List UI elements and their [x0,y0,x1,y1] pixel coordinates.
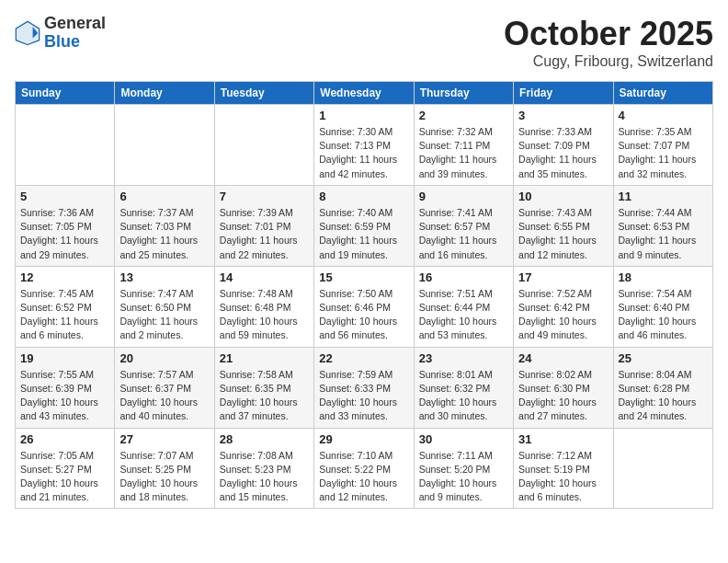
day-number: 9 [419,190,508,203]
day-info: Sunrise: 7:52 AMSunset: 6:42 PMDaylight:… [518,287,608,343]
day-cell: 8Sunrise: 7:40 AMSunset: 6:59 PMDaylight… [314,185,414,266]
logo-icon [15,20,40,46]
day-number: 25 [619,351,708,365]
day-number: 12 [20,270,109,284]
day-cell: 24Sunrise: 8:02 AMSunset: 6:30 PMDayligh… [514,347,613,428]
day-cell: 4Sunrise: 7:35 AMSunset: 7:07 PMDaylight… [613,105,712,186]
day-number: 8 [319,190,408,203]
day-number: 22 [319,351,408,365]
weekday-saturday: Saturday [613,82,712,105]
day-info: Sunrise: 8:04 AMSunset: 6:28 PMDaylight:… [619,368,708,424]
day-cell: 14Sunrise: 7:48 AMSunset: 6:48 PMDayligh… [214,266,313,347]
page-header: General Blue October 2025 Cugy, Fribourg… [15,15,713,70]
day-number: 5 [20,190,109,203]
day-cell: 22Sunrise: 7:59 AMSunset: 6:33 PMDayligh… [314,347,414,428]
day-cell: 23Sunrise: 8:01 AMSunset: 6:32 PMDayligh… [414,347,513,428]
day-number: 2 [419,109,508,122]
day-cell: 29Sunrise: 7:10 AMSunset: 5:22 PMDayligh… [314,428,414,509]
day-number: 26 [20,432,109,446]
day-number: 30 [419,432,508,446]
day-number: 17 [518,270,608,284]
day-info: Sunrise: 7:44 AMSunset: 6:53 PMDaylight:… [619,206,708,262]
day-number: 21 [220,351,309,365]
day-cell: 11Sunrise: 7:44 AMSunset: 6:53 PMDayligh… [613,185,712,266]
day-number: 11 [619,190,708,203]
logo-general: General [44,15,106,33]
logo-text: General Blue [44,15,106,52]
day-info: Sunrise: 7:05 AMSunset: 5:27 PMDaylight:… [20,449,109,505]
logo: General Blue [15,15,106,52]
day-cell: 6Sunrise: 7:37 AMSunset: 7:03 PMDaylight… [115,185,214,266]
day-cell: 17Sunrise: 7:52 AMSunset: 6:42 PMDayligh… [514,266,613,347]
week-row-5: 26Sunrise: 7:05 AMSunset: 5:27 PMDayligh… [16,428,713,509]
day-number: 19 [20,351,109,365]
weekday-sunday: Sunday [16,82,115,105]
day-info: Sunrise: 7:36 AMSunset: 7:05 PMDaylight:… [20,206,109,262]
day-info: Sunrise: 7:45 AMSunset: 6:52 PMDaylight:… [20,287,109,343]
day-cell: 7Sunrise: 7:39 AMSunset: 7:01 PMDaylight… [214,185,313,266]
day-number: 20 [119,351,209,365]
day-cell: 9Sunrise: 7:41 AMSunset: 6:57 PMDaylight… [414,185,513,266]
day-number: 1 [319,109,408,122]
day-cell: 28Sunrise: 7:08 AMSunset: 5:23 PMDayligh… [214,428,313,509]
day-cell: 18Sunrise: 7:54 AMSunset: 6:40 PMDayligh… [613,266,712,347]
month-title: October 2025 [504,15,713,53]
day-cell [613,428,712,509]
day-info: Sunrise: 7:57 AMSunset: 6:37 PMDaylight:… [119,368,209,424]
day-cell [16,105,115,186]
day-number: 28 [220,432,309,446]
day-cell: 15Sunrise: 7:50 AMSunset: 6:46 PMDayligh… [314,266,414,347]
day-number: 31 [518,432,608,446]
day-cell: 13Sunrise: 7:47 AMSunset: 6:50 PMDayligh… [115,266,214,347]
day-cell [214,105,313,186]
day-info: Sunrise: 7:51 AMSunset: 6:44 PMDaylight:… [419,287,508,343]
day-cell: 27Sunrise: 7:07 AMSunset: 5:25 PMDayligh… [115,428,214,509]
week-row-3: 12Sunrise: 7:45 AMSunset: 6:52 PMDayligh… [16,266,713,347]
weekday-thursday: Thursday [414,82,513,105]
day-cell: 5Sunrise: 7:36 AMSunset: 7:05 PMDaylight… [16,185,115,266]
day-info: Sunrise: 7:54 AMSunset: 6:40 PMDaylight:… [619,287,708,343]
weekday-tuesday: Tuesday [214,82,313,105]
week-row-4: 19Sunrise: 7:55 AMSunset: 6:39 PMDayligh… [16,347,713,428]
day-info: Sunrise: 7:40 AMSunset: 6:59 PMDaylight:… [319,206,408,262]
day-info: Sunrise: 7:33 AMSunset: 7:09 PMDaylight:… [518,125,608,181]
day-number: 18 [619,270,708,284]
day-info: Sunrise: 7:55 AMSunset: 6:39 PMDaylight:… [20,368,109,424]
day-info: Sunrise: 7:39 AMSunset: 7:01 PMDaylight:… [220,206,309,262]
day-info: Sunrise: 7:37 AMSunset: 7:03 PMDaylight:… [119,206,209,262]
day-number: 4 [619,109,708,122]
day-cell: 25Sunrise: 8:04 AMSunset: 6:28 PMDayligh… [613,347,712,428]
day-info: Sunrise: 7:48 AMSunset: 6:48 PMDaylight:… [220,287,309,343]
location: Cugy, Fribourg, Switzerland [504,53,713,70]
day-number: 7 [220,190,309,203]
day-number: 29 [319,432,408,446]
day-cell: 21Sunrise: 7:58 AMSunset: 6:35 PMDayligh… [214,347,313,428]
week-row-2: 5Sunrise: 7:36 AMSunset: 7:05 PMDaylight… [16,185,713,266]
day-info: Sunrise: 7:47 AMSunset: 6:50 PMDaylight:… [119,287,209,343]
weekday-friday: Friday [514,82,613,105]
week-row-1: 1Sunrise: 7:30 AMSunset: 7:13 PMDaylight… [16,105,713,186]
day-number: 23 [419,351,508,365]
day-cell: 2Sunrise: 7:32 AMSunset: 7:11 PMDaylight… [414,105,513,186]
day-info: Sunrise: 7:11 AMSunset: 5:20 PMDaylight:… [419,449,508,505]
day-cell: 1Sunrise: 7:30 AMSunset: 7:13 PMDaylight… [314,105,414,186]
title-block: October 2025 Cugy, Fribourg, Switzerland [504,15,713,70]
day-cell: 12Sunrise: 7:45 AMSunset: 6:52 PMDayligh… [16,266,115,347]
day-info: Sunrise: 7:32 AMSunset: 7:11 PMDaylight:… [419,125,508,181]
weekday-header-row: SundayMondayTuesdayWednesdayThursdayFrid… [16,82,713,105]
day-info: Sunrise: 7:35 AMSunset: 7:07 PMDaylight:… [619,125,708,181]
day-number: 14 [220,270,309,284]
day-info: Sunrise: 7:07 AMSunset: 5:25 PMDaylight:… [119,449,209,505]
day-cell: 16Sunrise: 7:51 AMSunset: 6:44 PMDayligh… [414,266,513,347]
day-cell: 30Sunrise: 7:11 AMSunset: 5:20 PMDayligh… [414,428,513,509]
day-info: Sunrise: 7:12 AMSunset: 5:19 PMDaylight:… [518,449,608,505]
logo-blue: Blue [44,33,106,52]
day-cell [115,105,214,186]
day-info: Sunrise: 8:02 AMSunset: 6:30 PMDaylight:… [518,368,608,424]
weekday-wednesday: Wednesday [314,82,414,105]
weekday-monday: Monday [115,82,214,105]
day-info: Sunrise: 7:10 AMSunset: 5:22 PMDaylight:… [319,449,408,505]
day-number: 15 [319,270,408,284]
day-info: Sunrise: 7:30 AMSunset: 7:13 PMDaylight:… [319,125,408,181]
day-number: 24 [518,351,608,365]
